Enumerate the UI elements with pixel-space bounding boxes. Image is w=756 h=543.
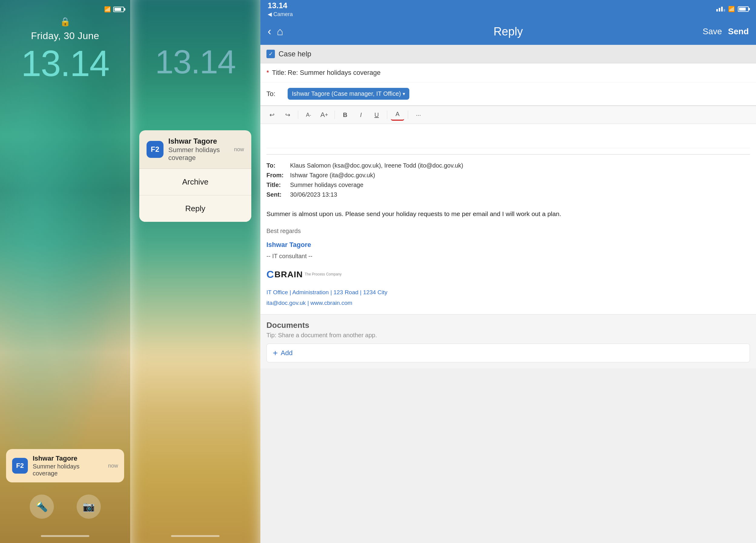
to-recipient-pill[interactable]: Ishwar Tagore (Case manager, IT Office) … [288,88,409,100]
notification-panel-time: 13.14 [130,42,260,81]
email-form-section: * Title: Re: Summer holidays coverage To… [260,63,756,106]
quoted-to-label: To: [266,160,288,170]
notification-home-indicator[interactable] [171,535,220,537]
notification-text: Ishwar Tagore Summer holidays coverage [168,137,229,162]
font-size-increase-button[interactable]: A+ [318,109,331,121]
more-options-button[interactable]: ··· [412,109,425,121]
quoted-from-value: Ishwar Tagore (ita@doc.gov.uk) [290,170,375,180]
body-divider [266,154,750,154]
email-compose-input[interactable] [266,130,750,148]
add-document-button[interactable]: + Add [266,344,750,363]
signature-details: IT Office | Administration | 123 Road | … [266,287,750,308]
email-body-area[interactable]: To: Klaus Salomon (ksa@doc.gov.uk), Iree… [260,124,756,314]
camera-button[interactable]: 📷 [77,495,101,519]
signature-separator: | [307,300,310,306]
back-button[interactable]: ‹ [268,25,271,38]
nav-left-group: ‹ ⌂ [268,25,283,38]
flashlight-icon: 🔦 [36,501,48,512]
toolbar-divider-2 [335,111,335,119]
notification-subject-text: Summer holidays coverage [168,146,229,162]
email-signature: Best regards Ishwar Tagore -- IT consult… [266,225,750,308]
email-nav-bar: ‹ ⌂ Reply Save Send [260,18,756,45]
to-row: To: Ishwar Tagore (Case manager, IT Offi… [260,82,756,105]
documents-title: Documents [266,321,750,330]
home-button[interactable]: ⌂ [277,25,283,38]
email-status-time: 13.14 [268,1,293,10]
battery-icon [113,7,124,12]
lockscreen-status-bar: 📶 [0,6,130,13]
to-field-container: Ishwar Tagore (Case manager, IT Office) … [288,88,750,100]
signature-website[interactable]: www.cbrain.com [310,300,352,306]
cbrain-logo-sub: The Process Company [305,271,342,278]
email-body-text: Summer is almost upon us. Please send yo… [266,208,750,219]
lockscreen-time: 13.14 [0,42,130,84]
email-toolbar: ↩ ↪ A- A+ B I U A ··· [260,106,756,124]
archive-action-button[interactable]: Archive [139,169,251,195]
notification-expanded-panel: 13.14 F2 Ishwar Tagore Summer holidays c… [130,0,260,543]
wifi-status-icon: 📶 [728,6,735,12]
case-help-checkbox[interactable]: ✓ [266,50,275,58]
lock-icon: 🔒 [60,17,71,27]
add-document-label: Add [281,349,292,357]
notification-subject: Summer holidays coverage [33,463,103,477]
signal-icon [716,7,725,12]
documents-section: Documents Tip: Share a document from ano… [260,314,756,369]
nav-title: Reply [494,25,523,38]
notification-large-icon: F2 [147,141,163,158]
title-row: * Title: Re: Summer holidays coverage [260,63,756,82]
notification-background [130,0,260,543]
signature-role: -- IT consultant -- [266,250,750,261]
save-button[interactable]: Save [703,27,722,36]
signature-name: Ishwar Tagore [266,239,750,251]
quoted-title-value: Summer holidays coverage [290,180,363,190]
quoted-from-row: From: Ishwar Tagore (ita@doc.gov.uk) [266,170,750,180]
send-button[interactable]: Send [728,27,749,36]
title-label: * Title: [266,69,288,77]
lockscreen-bottom-controls: 🔦 📷 [0,495,130,519]
quoted-from-label: From: [266,170,288,180]
cbrain-logo: C BRAIN The Process Company [266,265,342,284]
lockscreen-panel: 📶 🔒 Friday, 30 June 13.14 F2 Ishwar Tago… [0,0,130,543]
email-status-icons: 📶 [716,6,749,12]
case-help-bar: ✓ Case help [260,45,756,63]
notification-expanded-card[interactable]: F2 Ishwar Tagore Summer holidays coverag… [139,130,251,222]
text-color-button[interactable]: A [391,109,404,121]
to-label: To: [266,90,288,98]
reply-action-button[interactable]: Reply [139,195,251,222]
battery-status-icon [738,6,749,12]
lockscreen-date: Friday, 30 June [0,30,130,41]
cbrain-logo-c: C [266,265,274,284]
quoted-to-row: To: Klaus Salomon (ksa@doc.gov.uk), Iree… [266,160,750,170]
undo-button[interactable]: ↩ [265,109,279,121]
redo-button[interactable]: ↪ [281,109,294,121]
quoted-sent-label: Sent: [266,190,288,199]
email-reply-panel: 13.14 ◀ Camera 📶 ‹ ⌂ Reply Save Send [260,0,756,543]
quoted-to-value: Klaus Salomon (ksa@doc.gov.uk), Ireene T… [290,160,463,170]
signature-email[interactable]: ita@doc.gov.uk [266,300,306,306]
bold-button[interactable]: B [338,109,352,121]
chevron-down-icon: ▾ [403,91,405,97]
notification-time: now [108,463,118,469]
notification-app-icon: F2 [12,458,28,474]
toolbar-divider-4 [408,111,408,119]
signature-greeting: Best regards [266,225,750,236]
notification-time-badge: now [234,146,244,153]
signature-office-info: IT Office | Administration | 123 Road | … [266,287,750,298]
quoted-message-header: To: Klaus Salomon (ksa@doc.gov.uk), Iree… [266,157,750,202]
signature-contact-row: ita@doc.gov.uk | www.cbrain.com [266,298,750,308]
toolbar-divider-3 [387,111,387,119]
italic-button[interactable]: I [354,109,368,121]
home-indicator[interactable] [41,535,89,537]
lockscreen-notification[interactable]: F2 Ishwar Tagore Summer holidays coverag… [6,449,124,482]
notification-actions: Archive Reply [139,168,251,222]
notification-sender-name: Ishwar Tagore [168,137,229,145]
flashlight-button[interactable]: 🔦 [30,495,54,519]
quoted-sent-value: 30/06/2023 13:13 [290,190,337,199]
underline-button[interactable]: U [370,109,383,121]
toolbar-divider-1 [298,111,298,119]
font-size-decrease-button[interactable]: A- [302,109,315,121]
case-help-label: Case help [279,50,311,58]
wifi-icon: 📶 [104,6,111,13]
title-value[interactable]: Re: Summer holidays coverage [288,69,750,77]
camera-nav-label[interactable]: ◀ Camera [268,11,293,18]
